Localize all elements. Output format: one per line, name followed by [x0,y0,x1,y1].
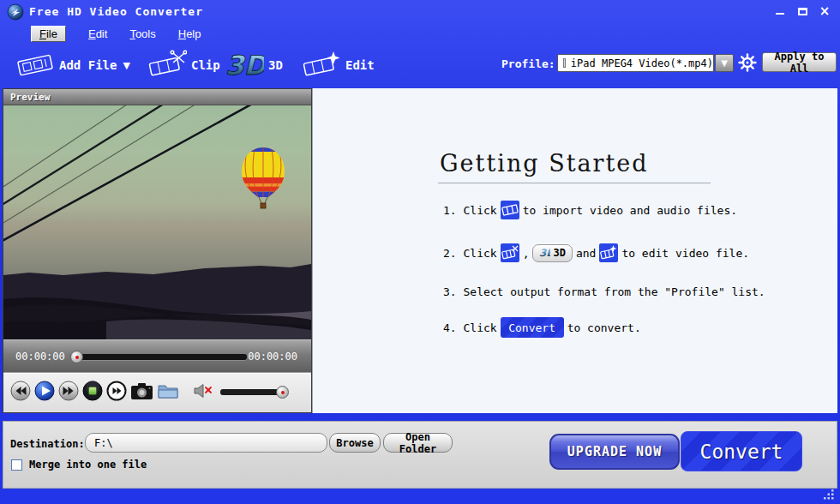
step2-text-post: to edit video file. [621,247,749,260]
star-icon [327,51,340,64]
minimize-icon [776,13,784,15]
edit-wand-icon [302,50,341,81]
title-bar: Free HD Video Converter × [0,0,840,24]
upgrade-now-button[interactable]: UPGRADE NOW [549,434,680,470]
snapshot-button[interactable] [130,381,153,401]
step-2: 2. Click , 3D 3D [443,243,749,262]
close-button[interactable]: × [818,5,831,17]
merge-checkbox[interactable] [11,459,22,471]
clip-scissors-icon [501,243,519,262]
step2-text-pre: 2. Click [443,247,497,260]
menu-edit[interactable]: Edit [88,27,107,40]
speaker-muted-icon [195,385,203,398]
browse-button[interactable]: Browse [329,433,381,453]
menu-file[interactable]: File [31,26,66,42]
convert-mini-button[interactable]: Convert [501,317,564,338]
mute-button[interactable] [194,383,213,399]
step4-text-post: to convert. [567,321,641,334]
balloon-basket [261,203,266,208]
seek-thumb[interactable] [70,351,83,363]
toolbar: Add File ▼ Clip [0,43,840,87]
add-file-button[interactable]: Add File ▼ [15,45,130,85]
open-folder-button[interactable]: Open Folder [383,433,453,453]
profile-settings-button[interactable] [738,53,757,72]
stop-icon [89,387,97,395]
volume-thumb[interactable] [276,386,289,399]
getting-started-title: Getting Started [440,150,649,177]
maximize-icon [798,8,807,15]
clip-scissors-icon [147,50,187,81]
threed-button[interactable]: 3D 3D [225,45,283,85]
rewind-button[interactable] [10,381,31,401]
resize-grip[interactable] [823,489,835,501]
threed-mini-label: 3D [553,247,565,259]
threed-label: 3D [268,58,283,72]
edit-wand-icon [599,243,618,262]
getting-started-panel: Getting Started 1. Click to import video… [312,88,837,413]
fast-forward-button[interactable] [58,381,79,401]
volume-track[interactable] [220,389,284,395]
step-4: 4. Click Convert to convert. [443,317,641,338]
menu-tools[interactable]: Tools [129,27,155,40]
menu-help[interactable]: Help [178,27,201,40]
preview-panel-title: Preview [3,89,311,105]
play-button[interactable] [34,381,55,401]
step4-text-pre: 4. Click [443,321,497,334]
threed-logo-icon: 3D [225,49,264,81]
step1-text-post: to import video and audio files. [523,204,737,217]
total-time: 00:00:00 [248,351,297,363]
maximize-button[interactable] [795,5,809,17]
step-1: 1. Click to import video and audio files… [443,201,737,219]
edit-mini-button[interactable] [599,243,618,262]
apply-to-all-button[interactable]: Apply to All [762,52,837,72]
add-file-mini-button[interactable] [501,201,519,219]
window-title: Free HD Video Converter [29,5,203,18]
minimize-button[interactable] [773,5,787,17]
threed-logo-icon: 3D [539,247,550,259]
step2-comma: , [523,247,530,260]
profile-select[interactable]: iPad MPEG4 Video(*.mp4) [557,54,714,72]
film-strip-icon [501,201,519,219]
star-icon [610,245,617,252]
menu-bar: File Edit Tools Help [31,25,201,42]
threed-mini-button[interactable]: 3D 3D [532,244,572,262]
clip-mini-button[interactable] [501,243,519,262]
destination-label: Destination: [10,438,85,450]
destination-input[interactable] [85,433,327,453]
step-3: 3. Select output format from the "Profil… [443,285,765,298]
convert-button[interactable]: Convert [681,431,802,471]
output-bar: Destination: Browse Open Folder Merge in… [3,421,837,489]
seek-bar: 00:00:00 00:00:00 [3,339,311,372]
app-window: Free HD Video Converter × File Edit Tool… [0,0,840,504]
current-time: 00:00:00 [15,351,65,363]
step3-text: 3. Select output format from the "Profil… [443,285,765,298]
profile-selected-value: iPad MPEG4 Video(*.mp4) [571,57,713,69]
balloon-scene-image [3,105,311,339]
profile-label: Profile: [501,57,555,70]
clip-button[interactable]: Clip [147,45,220,85]
preview-panel: Preview [3,88,312,413]
edit-button[interactable]: Edit [302,45,375,85]
step2-and: and [576,247,596,260]
edit-label: Edit [345,58,375,72]
stop-button[interactable] [82,381,103,401]
close-icon: × [819,5,831,17]
step1-text-pre: 1. Click [443,204,497,217]
format-icon [563,58,566,68]
clip-label: Clip [191,58,220,72]
add-file-label: Add File [59,58,117,72]
add-file-caret-icon: ▼ [123,60,129,71]
seek-track[interactable] [75,354,247,360]
film-strip-icon [15,50,55,81]
chevron-down-icon: ▼ [721,58,728,68]
playback-controls [3,372,311,412]
open-media-folder-button[interactable] [158,381,178,401]
window-controls: × [773,5,831,17]
svg-text:3D: 3D [539,247,550,259]
gear-icon [740,55,756,71]
svg-text:3D: 3D [225,50,264,81]
merge-label: Merge into one file [29,459,147,471]
profile-dropdown-button[interactable]: ▼ [715,54,734,72]
title-divider [438,183,711,183]
step-forward-button[interactable] [106,381,127,401]
